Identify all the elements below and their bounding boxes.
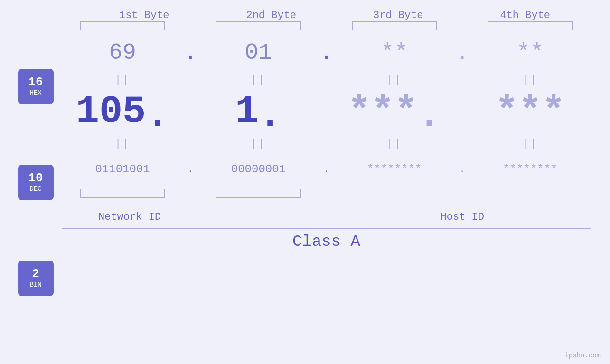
- nh-1: [62, 200, 183, 209]
- bin-dot-sep-3: .: [459, 163, 466, 176]
- hex-val-4: **: [516, 40, 544, 65]
- dec-val-4-cell: ***: [469, 93, 591, 131]
- dot-spacer-2: [319, 21, 334, 30]
- bin-val-1-cell: 01101001: [62, 163, 183, 176]
- bracket-2-cell: [197, 21, 319, 30]
- eq-sign2-1: ||: [115, 138, 130, 150]
- id-labels-row: Network ID Host ID: [62, 211, 591, 223]
- eq2-4: ||: [469, 138, 591, 150]
- bin-badge: 2 BIN: [18, 261, 54, 296]
- hex-dot-sep-2: .: [319, 40, 333, 65]
- dec-val-1-cell: 105 .: [62, 93, 183, 131]
- dec-row: 105 . 1 . *** . ***: [62, 88, 591, 136]
- nh-spacer-2: [319, 200, 334, 209]
- eq-2: ||: [197, 74, 319, 86]
- bot-spacer-1: [183, 189, 197, 199]
- eq-sign2-2: ||: [251, 138, 266, 150]
- byte-label-3: 3rd Byte: [346, 9, 450, 21]
- bin-badge-label: BIN: [29, 281, 41, 289]
- hex-dot-sep-3: .: [455, 40, 469, 65]
- dot-spacer-3: [455, 21, 469, 30]
- hex-val-3-cell: **: [334, 40, 455, 65]
- hex-badge-label: HEX: [29, 89, 41, 97]
- id-labels-grid: Network ID Host ID: [62, 211, 591, 223]
- byte-label-2: 2nd Byte: [219, 9, 323, 21]
- nh-spacer-3: [455, 200, 469, 209]
- header-row: 1st Byte 2nd Byte 3rd Byte 4th Byte: [0, 9, 610, 21]
- bot-bracket-2: [197, 189, 319, 199]
- dec-val-3: ***: [347, 93, 418, 131]
- network-id-label: Network ID: [98, 211, 161, 223]
- eq-sign-3: ||: [386, 74, 402, 86]
- bin-val-2-cell: 00000001: [197, 163, 319, 176]
- bracket-4-cell: [469, 21, 591, 30]
- hex-badge-number: 16: [28, 76, 43, 88]
- dec-val-1: 105: [76, 93, 146, 131]
- network-id-label-cell: Network ID: [62, 211, 197, 223]
- bin-val-4-cell: ********: [469, 163, 591, 176]
- hex-val-2-cell: 01: [197, 40, 319, 65]
- bin-dot-1: .: [183, 163, 197, 176]
- class-a-label: Class A: [292, 233, 360, 251]
- bin-val-4: ********: [503, 163, 557, 176]
- main-grid: 16 HEX 10 DEC 2 BIN 69 .: [0, 34, 610, 364]
- bracket-1-cell: [62, 21, 183, 30]
- class-a-container: Class A: [62, 233, 591, 251]
- byte-headers: 1st Byte 2nd Byte 3rd Byte 4th Byte: [81, 9, 589, 21]
- dec-badge: 10 DEC: [18, 165, 54, 200]
- dec-val-2-cell: 1 .: [197, 93, 319, 131]
- hex-dot-3: .: [455, 40, 469, 65]
- bin-val-1: 01101001: [95, 163, 150, 176]
- bot-spacer-2: [319, 189, 334, 199]
- eq-sign-4: ||: [523, 74, 538, 86]
- bin-val-3-cell: ********: [334, 163, 455, 176]
- badges-column: 16 HEX 10 DEC 2 BIN: [0, 34, 62, 364]
- nh-4: [469, 200, 591, 209]
- top-bracket-row: [0, 21, 610, 30]
- eq-1: ||: [62, 74, 183, 86]
- eq-4: ||: [469, 74, 591, 86]
- byte-label-1: 1st Byte: [92, 9, 197, 21]
- hex-val-3: **: [381, 40, 408, 65]
- bin-dot-sep-2: .: [323, 163, 329, 176]
- eq-sign-1: ||: [115, 74, 130, 86]
- eq2-3: ||: [334, 138, 455, 150]
- dec-val-3-cell: *** .: [334, 93, 455, 131]
- hex-row: 69 . 01 . ** . **: [62, 34, 591, 72]
- bin-dot-3: .: [455, 163, 469, 176]
- eq-row-1: || || || ||: [62, 72, 591, 88]
- dec-badge-number: 10: [28, 172, 43, 184]
- host-id-label-cell: Host ID: [334, 211, 591, 223]
- watermark: ipshu.com: [564, 352, 601, 359]
- hex-badge: 16 HEX: [18, 69, 54, 104]
- bot-bracket-2-line: [216, 189, 301, 198]
- hex-dot-1: .: [183, 40, 197, 65]
- hex-val-1: 69: [109, 40, 136, 65]
- eq2-1: ||: [62, 138, 183, 150]
- bottom-bracket-row: [62, 189, 591, 199]
- hex-val-4-cell: **: [469, 40, 591, 65]
- bot-bracket-4-empty: [469, 189, 591, 199]
- bin-badge-number: 2: [32, 268, 39, 280]
- main-container: 1st Byte 2nd Byte 3rd Byte 4th Byte: [0, 0, 610, 364]
- byte-label-4: 4th Byte: [473, 9, 577, 21]
- eq-row-2: || || || ||: [62, 136, 591, 152]
- nh-3: [334, 200, 455, 209]
- dec-val-2: 1: [235, 93, 258, 131]
- dec-val-4: ***: [495, 93, 565, 131]
- eq2-2: ||: [197, 138, 319, 150]
- dec-dot-2-inline: .: [258, 96, 282, 135]
- nh-bracket-row: [62, 200, 591, 209]
- host-id-label: Host ID: [441, 211, 484, 223]
- dec-dot-1-inline: .: [146, 96, 169, 135]
- nh-2: [197, 200, 319, 209]
- bin-row: 01101001 . 00000001 . ******** .: [62, 152, 591, 186]
- bracket-3: [352, 21, 437, 30]
- bot-spacer-3: [455, 189, 469, 199]
- hex-dot-2: .: [319, 40, 334, 65]
- eq-sign-2: ||: [251, 74, 266, 86]
- bracket-3-cell: [334, 21, 455, 30]
- eq-3: ||: [334, 74, 455, 86]
- bot-bracket-1: [62, 189, 183, 199]
- badge-spacer: [0, 21, 62, 30]
